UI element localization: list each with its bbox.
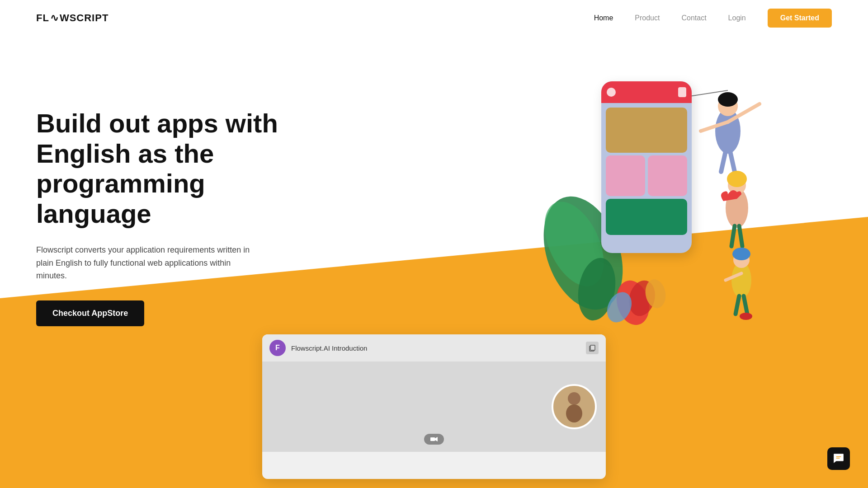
get-started-button[interactable]: Get Started xyxy=(768,9,832,28)
video-body xyxy=(262,361,606,452)
video-pip xyxy=(552,384,597,429)
hero-title: Build out apps with English as the progr… xyxy=(36,108,307,229)
video-section: F Flowscript.AI Introduction xyxy=(0,352,868,488)
svg-line-13 xyxy=(730,151,735,172)
logo[interactable]: FL ∿ WSCRIPT xyxy=(36,12,108,24)
svg-line-23 xyxy=(736,296,739,314)
svg-point-25 xyxy=(740,313,752,320)
phone-mockup xyxy=(601,81,692,253)
navbar: FL ∿ WSCRIPT Home Product Contact Login … xyxy=(0,0,868,36)
logo-text2: WSCRIPT xyxy=(60,12,108,24)
svg-point-30 xyxy=(566,404,582,422)
video-header: F Flowscript.AI Introduction xyxy=(262,334,606,361)
phone-mic-icon xyxy=(678,87,686,97)
phone-tile-pink xyxy=(606,155,645,196)
nav-login[interactable]: Login xyxy=(728,14,746,22)
checkout-appstore-button[interactable]: Checkout AppStore xyxy=(36,300,144,326)
hero-illustration xyxy=(542,63,778,325)
phone-tile-green xyxy=(606,199,687,235)
phone-search-bar xyxy=(601,81,692,103)
svg-point-21 xyxy=(732,248,750,260)
video-card: F Flowscript.AI Introduction xyxy=(262,334,606,479)
hero-content: Build out apps with English as the progr… xyxy=(36,108,307,326)
phone-tile-pink2 xyxy=(648,155,687,196)
svg-line-17 xyxy=(731,226,735,246)
svg-rect-31 xyxy=(430,437,435,441)
phone-tile-large xyxy=(606,108,687,153)
svg-point-29 xyxy=(568,392,580,405)
nav-product[interactable]: Product xyxy=(635,14,660,22)
svg-point-9 xyxy=(718,92,738,107)
phone-grid xyxy=(601,103,692,239)
svg-point-16 xyxy=(727,171,747,187)
svg-rect-28 xyxy=(590,345,595,350)
video-control-camera[interactable] xyxy=(424,434,444,445)
hero-section: Build out apps with English as the progr… xyxy=(0,36,868,352)
logo-text: FL xyxy=(36,12,49,24)
video-controls xyxy=(424,434,444,445)
nav-contact[interactable]: Contact xyxy=(681,14,706,22)
logo-wave-icon: ∿ xyxy=(50,12,59,24)
nav-home[interactable]: Home xyxy=(594,14,613,22)
svg-line-18 xyxy=(739,226,742,246)
hero-subtitle: Flowscript converts your application req… xyxy=(36,244,253,282)
video-avatar: F xyxy=(269,340,286,356)
svg-line-24 xyxy=(744,296,747,314)
chat-icon-button[interactable] xyxy=(827,447,850,470)
video-title-text: Flowscript.AI Introduction xyxy=(291,344,367,352)
nav-links: Home Product Contact Login Get Started xyxy=(594,9,832,28)
copy-icon[interactable] xyxy=(586,342,599,354)
phone-search-icon xyxy=(607,88,616,97)
svg-line-12 xyxy=(721,151,726,172)
